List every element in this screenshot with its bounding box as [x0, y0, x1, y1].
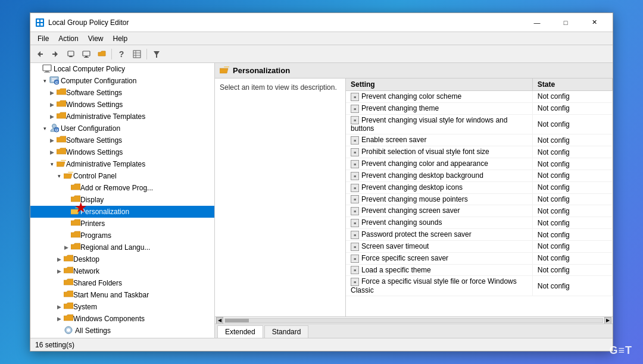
tree-item-windows-settings-cc[interactable]: ▶ Windows Settings: [30, 99, 214, 111]
tree-label: Windows Settings: [66, 148, 123, 156]
tree-item-software-settings-uc[interactable]: ▶ Software Settings: [30, 134, 214, 146]
menu-help[interactable]: Help: [108, 33, 133, 44]
tree-item-start-menu[interactable]: Start Menu and Taskbar: [30, 289, 214, 301]
bottom-tabs: Extended Standard: [215, 324, 613, 338]
table-row[interactable]: ≡Force specific screen saverNot config: [346, 252, 613, 264]
computer-icon: [42, 64, 52, 75]
tree-panel[interactable]: Local Computer Policy ▾ C Computer Confi…: [30, 63, 215, 338]
table-row[interactable]: ≡Prevent changing desktop backgroundNot …: [346, 170, 613, 181]
table-row[interactable]: ≡Prevent changing mouse pointersNot conf…: [346, 193, 613, 205]
toolbar: ?: [30, 45, 613, 63]
svg-point-31: [67, 328, 70, 332]
table-row[interactable]: ≡Prevent changing visual style for windo…: [346, 114, 613, 134]
expand-icon-uc: ▾: [40, 125, 49, 131]
setting-cell: ≡Prevent changing desktop background: [346, 170, 532, 181]
tree-item-printers[interactable]: Printers: [30, 218, 214, 230]
table-row[interactable]: ≡Screen saver timeoutNot config: [346, 240, 613, 252]
table-row[interactable]: ≡Prevent changing screen saverNot config: [346, 205, 613, 217]
menu-view[interactable]: View: [83, 33, 108, 44]
tree-item-shared-folders[interactable]: Shared Folders: [30, 277, 214, 289]
folder-icon: [64, 266, 73, 276]
scroll-left-btn-right[interactable]: ◀: [216, 317, 223, 324]
main-content: Local Computer Policy ▾ C Computer Confi…: [30, 63, 613, 338]
table-button[interactable]: [130, 47, 144, 61]
forward-button[interactable]: [48, 47, 63, 61]
svg-rect-10: [69, 56, 73, 57]
setting-cell: ≡Prevent changing visual style for windo…: [346, 114, 532, 134]
svg-rect-3: [37, 23, 39, 26]
tree-item-admin-templates-cc[interactable]: ▶ Administrative Templates: [30, 111, 214, 123]
right-hscrollbar[interactable]: ◀ ▶: [215, 316, 613, 324]
col-header-state[interactable]: State: [532, 79, 612, 91]
scroll-track-right[interactable]: [224, 318, 603, 323]
up-button[interactable]: [64, 47, 78, 61]
right-table-area[interactable]: Select an item to view its description. …: [215, 79, 613, 316]
setting-cell: ≡Prevent changing screen saver: [346, 205, 532, 217]
computer-button[interactable]: [79, 47, 93, 61]
svg-rect-14: [133, 51, 141, 58]
tree-item-desktop[interactable]: ▶ Desktop: [30, 253, 214, 265]
tree-item-computer-configuration[interactable]: ▾ C Computer Configuration: [30, 75, 214, 87]
setting-cell: ≡Prevent changing mouse pointers: [346, 193, 532, 205]
setting-cell: ≡Prevent changing color and appearance: [346, 158, 532, 170]
folder-button[interactable]: [95, 47, 109, 61]
tree-item-display[interactable]: Display: [30, 194, 214, 206]
settings-table-pane[interactable]: Setting State ≡Prevent changing color sc…: [346, 79, 613, 316]
tree-item-system[interactable]: ▶ System: [30, 301, 214, 313]
tree-item-local-computer-policy[interactable]: Local Computer Policy: [30, 63, 214, 75]
svg-rect-19: [43, 65, 51, 71]
setting-cell: ≡Screen saver timeout: [346, 240, 532, 252]
table-row[interactable]: ≡Prevent changing color schemeNot config: [346, 91, 613, 103]
expand-icon: ▶: [54, 304, 64, 310]
table-row[interactable]: ≡Prevent changing desktop iconsNot confi…: [346, 181, 613, 193]
table-row[interactable]: ≡Force a specific visual style file or f…: [346, 276, 613, 296]
tree-item-regional[interactable]: ▶ Regional and Langu...: [30, 241, 214, 253]
back-button[interactable]: [33, 47, 47, 61]
tree-item-personalization[interactable]: Personalization: [30, 206, 214, 218]
expand-icon: ▶: [47, 149, 57, 155]
expand-icon: ▾: [54, 173, 64, 179]
tree-item-software-settings-cc[interactable]: ▶ Software Settings: [30, 87, 214, 99]
scroll-right-btn-right[interactable]: ▶: [604, 317, 611, 324]
window-controls: — □ ✕: [523, 13, 608, 32]
tree-label: Windows Components: [73, 315, 145, 323]
scroll-thumb-right[interactable]: [225, 319, 249, 322]
tree-item-user-configuration[interactable]: ▾ U User Configuration: [30, 123, 214, 134]
maximize-button[interactable]: □: [552, 13, 579, 32]
table-row[interactable]: ≡Prevent changing soundsNot config: [346, 217, 613, 229]
table-row[interactable]: ≡Password protect the screen saverNot co…: [346, 229, 613, 241]
app-icon: [35, 18, 45, 27]
tree-label: Add or Remove Prog...: [80, 184, 153, 192]
menu-action[interactable]: Action: [54, 33, 83, 44]
watermark: G≡T: [610, 344, 633, 357]
table-row[interactable]: ≡Prohibit selection of visual style font…: [346, 146, 613, 158]
filter-button[interactable]: [149, 47, 164, 61]
table-row[interactable]: ≡Enable screen saverNot config: [346, 134, 613, 146]
table-row[interactable]: ≡Load a specific themeNot config: [346, 264, 613, 276]
tree-label: Desktop: [73, 255, 99, 263]
tree-item-windows-settings-uc[interactable]: ▶ Windows Settings: [30, 146, 214, 158]
tree-item-windows-components[interactable]: ▶ Windows Components: [30, 313, 214, 325]
tree-item-programs[interactable]: Programs: [30, 230, 214, 241]
tab-standard[interactable]: Standard: [264, 325, 309, 338]
table-row[interactable]: ≡Prevent changing color and appearanceNo…: [346, 158, 613, 170]
state-cell: Not config: [532, 264, 612, 276]
menu-file[interactable]: File: [33, 33, 54, 44]
menu-bar: File Action View Help: [30, 32, 613, 45]
tab-extended[interactable]: Extended: [217, 325, 263, 338]
svg-rect-8: [52, 54, 55, 55]
col-header-setting[interactable]: Setting: [346, 79, 532, 91]
tree-item-all-settings[interactable]: All Settings: [30, 325, 214, 337]
tree-item-control-panel[interactable]: ▾ Control Panel: [30, 170, 214, 182]
tree-item-add-remove[interactable]: Add or Remove Prog...: [30, 182, 214, 194]
tree-item-network[interactable]: ▶ Network: [30, 265, 214, 277]
state-cell: Not config: [532, 102, 612, 114]
status-bar: 16 setting(s): [30, 338, 613, 351]
folder-icon: [57, 136, 66, 145]
minimize-button[interactable]: —: [523, 13, 551, 32]
close-button[interactable]: ✕: [580, 13, 608, 32]
help-button[interactable]: ?: [114, 47, 129, 61]
folder-icon: [57, 88, 66, 98]
tree-item-admin-templates-uc[interactable]: ▾ Administrative Templates: [30, 158, 214, 170]
table-row[interactable]: ≡Prevent changing themeNot config: [346, 102, 613, 114]
